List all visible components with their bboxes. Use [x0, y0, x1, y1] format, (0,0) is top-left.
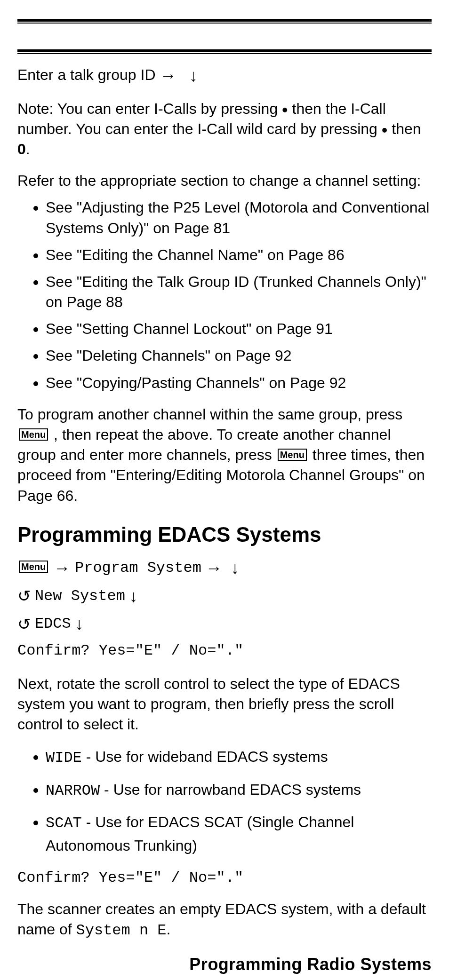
- type-code: NARROW: [46, 782, 100, 799]
- rotate-icon: ↺: [17, 584, 31, 609]
- type-desc: - Use for EDACS SCAT (Single Channel Aut…: [46, 814, 354, 854]
- rotate-icon: ↺: [17, 612, 31, 637]
- another-channel-para: To program another channel within the sa…: [17, 404, 432, 506]
- menu-button-icon: Menu: [19, 428, 48, 441]
- list-item: NARROW - Use for narrowband EDACS system…: [46, 779, 432, 802]
- type-desc: - Use for wideband EDACS systems: [82, 748, 328, 765]
- list-item: See "Setting Channel Lockout" on Page 91: [46, 319, 432, 339]
- list-item: WIDE - Use for wideband EDACS systems: [46, 746, 432, 769]
- enter-talkgroup-line: Enter a talk group ID → ↓: [17, 64, 432, 87]
- step-line: ↺ EDCS ↓: [17, 611, 432, 637]
- confirm-prompt-2: Confirm? Yes="E" / No=".": [17, 868, 432, 888]
- arrow-down-icon: ↓: [231, 558, 240, 577]
- arrow-down-icon: ↓: [75, 614, 84, 633]
- default-system-name: System n E: [76, 922, 167, 939]
- creates-para: The scanner creates an empty EDACS syste…: [17, 899, 432, 940]
- text: To program another channel within the sa…: [17, 406, 402, 423]
- section-heading-edacs: Programming EDACS Systems: [17, 523, 432, 546]
- arrow-down-icon: ↓: [189, 66, 198, 85]
- rule: [17, 23, 432, 24]
- menu-button-icon: Menu: [19, 561, 48, 573]
- menu-path: New System: [35, 587, 125, 605]
- arrow-right-icon: →: [160, 66, 176, 85]
- note-icalls: Note: You can enter I-Calls by pressing …: [17, 99, 432, 160]
- edacs-types-list: WIDE - Use for wideband EDACS systems NA…: [17, 746, 432, 856]
- dot-icon: •: [282, 100, 288, 119]
- arrow-right-icon: →: [54, 558, 71, 577]
- rule: [17, 19, 432, 22]
- xref-list: See "Adjusting the P25 Level (Motorola a…: [17, 198, 432, 393]
- menu-path: Program System: [75, 559, 201, 577]
- xref-link[interactable]: See "Adjusting the P25 Level (Motorola a…: [46, 199, 429, 236]
- arrow-right-icon: →: [206, 558, 223, 577]
- text: .: [167, 921, 171, 938]
- arrow-down-icon: ↓: [129, 586, 138, 606]
- list-item: See "Adjusting the P25 Level (Motorola a…: [46, 198, 432, 238]
- list-item: See "Editing the Talk Group ID (Trunked …: [46, 272, 432, 312]
- xref-link[interactable]: See "Editing the Channel Name" on Page 8…: [46, 246, 345, 263]
- zero-key: 0: [17, 141, 26, 158]
- dot-icon: •: [382, 120, 388, 139]
- menu-steps: Menu → Program System → ↓ ↺ New System ↓…: [17, 555, 432, 663]
- rule: [17, 49, 432, 52]
- text: then: [392, 120, 421, 137]
- text: .: [26, 141, 30, 158]
- xref-link[interactable]: See "Deleting Channels" on Page 92: [46, 347, 292, 364]
- type-code: WIDE: [46, 749, 82, 767]
- step-line: Menu → Program System → ↓: [17, 555, 432, 581]
- list-item: SCAT - Use for EDACS SCAT (Single Channe…: [46, 811, 432, 856]
- type-desc: - Use for narrowband EDACS systems: [100, 781, 361, 798]
- text: Note: You can enter I-Calls by pressing: [17, 100, 282, 117]
- xref-link[interactable]: See "Setting Channel Lockout" on Page 91: [46, 320, 333, 337]
- list-item: See "Copying/Pasting Channels" on Page 9…: [46, 373, 432, 393]
- running-footer-title: Programming Radio Systems: [17, 955, 432, 974]
- step-line: ↺ New System ↓: [17, 583, 432, 609]
- menu-button-icon: Menu: [278, 449, 307, 461]
- xref-link[interactable]: See "Copying/Pasting Channels" on Page 9…: [46, 374, 346, 391]
- text: Enter a talk group ID: [17, 66, 160, 83]
- list-item: See "Deleting Channels" on Page 92: [46, 346, 432, 366]
- top-rule-block: [17, 19, 432, 54]
- refer-text: Refer to the appropriate section to chan…: [17, 171, 432, 191]
- list-item: See "Editing the Channel Name" on Page 8…: [46, 245, 432, 265]
- menu-path: EDCS: [35, 616, 71, 633]
- next-rotate-para: Next, rotate the scroll control to selec…: [17, 674, 432, 735]
- type-code: SCAT: [46, 814, 82, 832]
- confirm-prompt: Confirm? Yes="E" / No=".": [17, 639, 432, 663]
- xref-link[interactable]: See "Editing the Talk Group ID (Trunked …: [46, 273, 426, 310]
- rule: [17, 53, 432, 54]
